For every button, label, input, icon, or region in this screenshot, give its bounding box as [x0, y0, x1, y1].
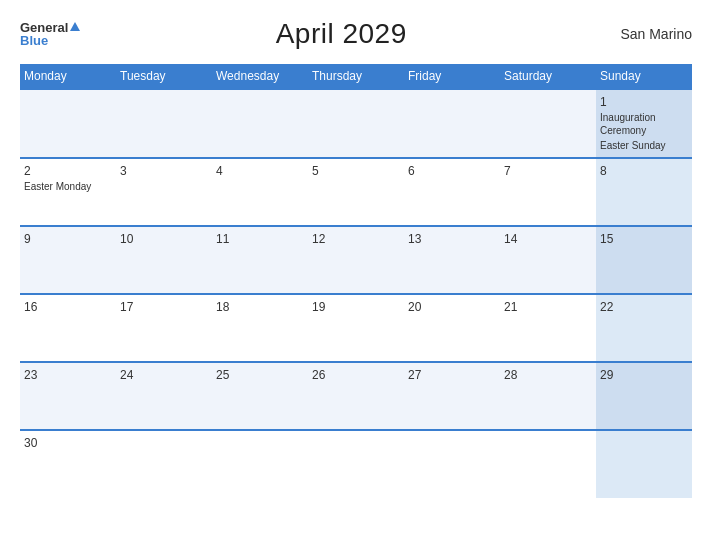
- header: General Blue April 2029 San Marino: [20, 18, 692, 50]
- day-cell: 12: [308, 226, 404, 294]
- day-cell: 23: [20, 362, 116, 430]
- day-cell: 20: [404, 294, 500, 362]
- week-row-6: 30: [20, 430, 692, 498]
- day-number: 10: [120, 232, 208, 246]
- day-cell: 9: [20, 226, 116, 294]
- day-number: 17: [120, 300, 208, 314]
- day-cell: 21: [500, 294, 596, 362]
- day-cell: [212, 430, 308, 498]
- day-number: 3: [120, 164, 208, 178]
- day-number: 26: [312, 368, 400, 382]
- col-monday: Monday: [20, 64, 116, 89]
- day-cell: [500, 89, 596, 158]
- day-cell: [116, 430, 212, 498]
- day-number: 1: [600, 95, 688, 109]
- day-number: 28: [504, 368, 592, 382]
- day-cell: 15: [596, 226, 692, 294]
- day-number: 2: [24, 164, 112, 178]
- day-number: 7: [504, 164, 592, 178]
- day-number: 14: [504, 232, 592, 246]
- logo: General Blue: [20, 21, 80, 47]
- day-number: 29: [600, 368, 688, 382]
- day-number: 13: [408, 232, 496, 246]
- day-cell: 18: [212, 294, 308, 362]
- day-cell: 29: [596, 362, 692, 430]
- day-cell: [20, 89, 116, 158]
- day-cell: 24: [116, 362, 212, 430]
- week-row-5: 23242526272829: [20, 362, 692, 430]
- country-label: San Marino: [602, 26, 692, 42]
- day-cell: 6: [404, 158, 500, 226]
- header-row: Monday Tuesday Wednesday Thursday Friday…: [20, 64, 692, 89]
- week-row-3: 9101112131415: [20, 226, 692, 294]
- day-cell: 17: [116, 294, 212, 362]
- day-number: 21: [504, 300, 592, 314]
- col-tuesday: Tuesday: [116, 64, 212, 89]
- day-cell: 4: [212, 158, 308, 226]
- day-number: 22: [600, 300, 688, 314]
- day-cell: 30: [20, 430, 116, 498]
- day-cell: 2Easter Monday: [20, 158, 116, 226]
- day-number: 19: [312, 300, 400, 314]
- logo-triangle-icon: [70, 22, 80, 31]
- day-cell: 28: [500, 362, 596, 430]
- day-cell: [116, 89, 212, 158]
- day-cell: 25: [212, 362, 308, 430]
- day-number: 23: [24, 368, 112, 382]
- day-number: 18: [216, 300, 304, 314]
- col-sunday: Sunday: [596, 64, 692, 89]
- day-cell: [596, 430, 692, 498]
- day-number: 16: [24, 300, 112, 314]
- day-number: 27: [408, 368, 496, 382]
- week-row-1: 1Inauguration CeremonyEaster Sunday: [20, 89, 692, 158]
- day-cell: 8: [596, 158, 692, 226]
- day-number: 9: [24, 232, 112, 246]
- col-saturday: Saturday: [500, 64, 596, 89]
- event-label: Easter Monday: [24, 180, 112, 193]
- day-number: 15: [600, 232, 688, 246]
- calendar-page: General Blue April 2029 San Marino Monda…: [0, 0, 712, 550]
- day-cell: 11: [212, 226, 308, 294]
- week-row-4: 16171819202122: [20, 294, 692, 362]
- day-cell: 3: [116, 158, 212, 226]
- col-wednesday: Wednesday: [212, 64, 308, 89]
- day-cell: 27: [404, 362, 500, 430]
- day-number: 25: [216, 368, 304, 382]
- day-cell: 13: [404, 226, 500, 294]
- calendar-table: Monday Tuesday Wednesday Thursday Friday…: [20, 64, 692, 498]
- day-cell: 7: [500, 158, 596, 226]
- day-cell: 10: [116, 226, 212, 294]
- day-cell: 14: [500, 226, 596, 294]
- event-label: Inauguration Ceremony: [600, 111, 688, 137]
- day-number: 5: [312, 164, 400, 178]
- day-cell: 26: [308, 362, 404, 430]
- day-number: 4: [216, 164, 304, 178]
- day-cell: [212, 89, 308, 158]
- week-row-2: 2Easter Monday345678: [20, 158, 692, 226]
- day-number: 6: [408, 164, 496, 178]
- day-cell: [404, 430, 500, 498]
- day-cell: 1Inauguration CeremonyEaster Sunday: [596, 89, 692, 158]
- day-cell: [308, 430, 404, 498]
- event-label: Easter Sunday: [600, 139, 688, 152]
- day-cell: 22: [596, 294, 692, 362]
- day-cell: [500, 430, 596, 498]
- day-cell: 19: [308, 294, 404, 362]
- logo-blue-text: Blue: [20, 34, 48, 47]
- day-cell: [308, 89, 404, 158]
- calendar-title: April 2029: [80, 18, 602, 50]
- col-thursday: Thursday: [308, 64, 404, 89]
- day-number: 20: [408, 300, 496, 314]
- day-cell: 16: [20, 294, 116, 362]
- day-number: 8: [600, 164, 688, 178]
- day-cell: 5: [308, 158, 404, 226]
- day-number: 30: [24, 436, 112, 450]
- day-number: 24: [120, 368, 208, 382]
- day-number: 12: [312, 232, 400, 246]
- col-friday: Friday: [404, 64, 500, 89]
- day-cell: [404, 89, 500, 158]
- day-number: 11: [216, 232, 304, 246]
